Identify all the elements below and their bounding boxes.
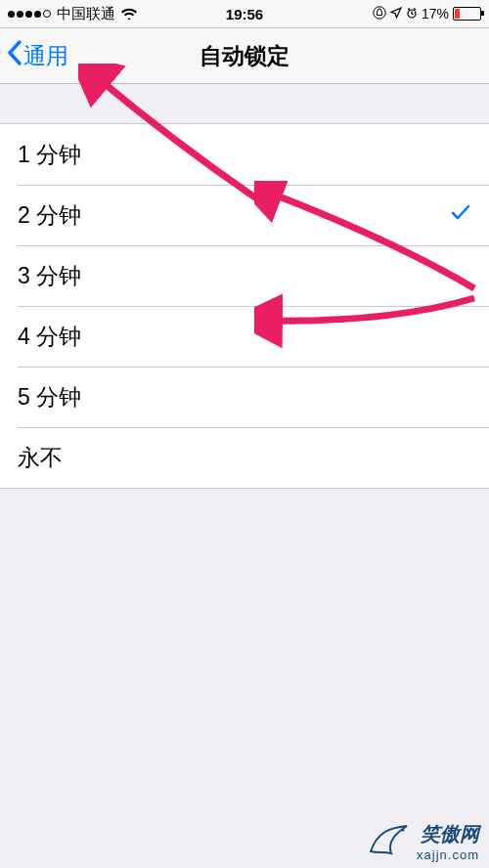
svg-point-2 [402,829,405,832]
autolock-option-4min[interactable]: 4 分钟 [0,306,489,367]
watermark: 笑傲网 xajjn.com [368,821,479,862]
status-right: 17% [373,6,481,22]
status-left: 中国联通 [8,5,137,23]
autolock-option-5min[interactable]: 5 分钟 [0,367,489,427]
alarm-icon [406,6,418,22]
autolock-options-group: 1 分钟 2 分钟 3 分钟 4 分钟 5 分钟 永不 [0,123,489,489]
chevron-left-icon [6,39,23,72]
option-label: 2 分钟 [18,200,81,231]
location-icon [390,6,402,22]
option-label: 5 分钟 [18,382,81,412]
orientation-lock-icon [373,6,386,22]
status-time: 19:56 [226,6,263,22]
option-label: 4 分钟 [18,322,81,352]
back-button[interactable]: 通用 [0,39,68,72]
autolock-option-2min[interactable]: 2 分钟 [0,185,489,245]
back-label: 通用 [23,41,68,71]
carrier-label: 中国联通 [57,5,115,23]
watermark-logo-icon [368,822,411,861]
battery-percent: 17% [422,6,449,22]
option-label: 3 分钟 [18,261,81,291]
watermark-name: 笑傲网 [417,821,479,847]
watermark-url: xajjn.com [417,847,479,862]
autolock-option-1min[interactable]: 1 分钟 [0,124,489,185]
page-title: 自动锁定 [200,41,289,71]
wifi-icon [121,6,137,22]
battery-icon [453,7,481,21]
option-label: 永不 [18,443,63,473]
option-label: 1 分钟 [18,140,81,170]
navigation-bar: 通用 自动锁定 [0,28,489,84]
signal-strength-icon [8,10,51,18]
autolock-option-never[interactable]: 永不 [0,427,489,488]
checkmark-icon [450,201,471,229]
status-bar: 中国联通 19:56 17% [0,0,489,28]
autolock-option-3min[interactable]: 3 分钟 [0,245,489,306]
